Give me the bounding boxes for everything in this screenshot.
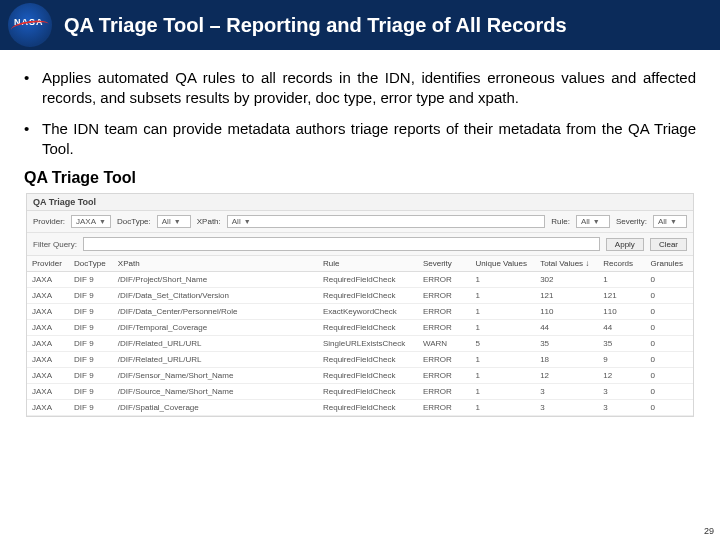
filter-bar: Provider: JAXA▼ DocType: All▼ XPath: All…	[27, 211, 693, 233]
cell-rule: RequiredFieldCheck	[318, 400, 418, 416]
cell-provider: JAXA	[27, 352, 69, 368]
cell-severity: ERROR	[418, 352, 471, 368]
cell-tv: 3	[535, 400, 598, 416]
cell-tv: 44	[535, 320, 598, 336]
severity-select[interactable]: All▼	[653, 215, 687, 228]
section-heading: QA Triage Tool	[24, 169, 696, 187]
table-row[interactable]: JAXADIF 9/DIF/Source_Name/Short_NameRequ…	[27, 384, 693, 400]
cell-granules: 0	[646, 384, 693, 400]
cell-records: 121	[598, 288, 645, 304]
query-input[interactable]	[83, 237, 600, 251]
table-row[interactable]: JAXADIF 9/DIF/Sensor_Name/Short_NameRequ…	[27, 368, 693, 384]
col-doctype[interactable]: DocType	[69, 256, 113, 272]
nasa-logo-icon: NASA	[8, 3, 52, 47]
cell-severity: ERROR	[418, 304, 471, 320]
cell-provider: JAXA	[27, 272, 69, 288]
col-unique-values[interactable]: Unique Values	[470, 256, 535, 272]
results-table: Provider DocType XPath Rule Severity Uni…	[27, 256, 693, 416]
cell-granules: 0	[646, 288, 693, 304]
cell-doctype: DIF 9	[69, 368, 113, 384]
rule-label: Rule:	[551, 217, 570, 226]
severity-label: Severity:	[616, 217, 647, 226]
cell-doctype: DIF 9	[69, 336, 113, 352]
table-row[interactable]: JAXADIF 9/DIF/Temporal_CoverageRequiredF…	[27, 320, 693, 336]
cell-severity: WARN	[418, 336, 471, 352]
provider-select[interactable]: JAXA▼	[71, 215, 111, 228]
apply-button[interactable]: Apply	[606, 238, 644, 251]
cell-records: 110	[598, 304, 645, 320]
cell-provider: JAXA	[27, 304, 69, 320]
cell-uv: 1	[470, 352, 535, 368]
bullet-item: Applies automated QA rules to all record…	[24, 68, 696, 109]
page-number: 29	[704, 526, 714, 536]
cell-xpath: /DIF/Temporal_Coverage	[113, 320, 318, 336]
cell-provider: JAXA	[27, 320, 69, 336]
cell-uv: 1	[470, 288, 535, 304]
nasa-logo-text: NASA	[14, 17, 44, 27]
rule-select[interactable]: All▼	[576, 215, 610, 228]
severity-value: All	[658, 217, 667, 226]
cell-doctype: DIF 9	[69, 384, 113, 400]
xpath-value: All	[232, 217, 241, 226]
xpath-select[interactable]: All▼	[227, 215, 545, 228]
rule-value: All	[581, 217, 590, 226]
doctype-label: DocType:	[117, 217, 151, 226]
tool-window-title: QA Triage Tool	[27, 194, 693, 211]
cell-severity: ERROR	[418, 384, 471, 400]
slide-title: QA Triage Tool – Reporting and Triage of…	[64, 14, 567, 37]
bullet-list: Applies automated QA rules to all record…	[24, 68, 696, 159]
doctype-select[interactable]: All▼	[157, 215, 191, 228]
cell-rule: RequiredFieldCheck	[318, 384, 418, 400]
table-row[interactable]: JAXADIF 9/DIF/Data_Set_Citation/VersionR…	[27, 288, 693, 304]
col-rule[interactable]: Rule	[318, 256, 418, 272]
cell-tv: 12	[535, 368, 598, 384]
col-total-values[interactable]: Total Values ↓	[535, 256, 598, 272]
col-severity[interactable]: Severity	[418, 256, 471, 272]
cell-records: 35	[598, 336, 645, 352]
col-provider[interactable]: Provider	[27, 256, 69, 272]
table-row[interactable]: JAXADIF 9/DIF/Project/Short_NameRequired…	[27, 272, 693, 288]
col-records[interactable]: Records	[598, 256, 645, 272]
cell-provider: JAXA	[27, 336, 69, 352]
cell-tv: 302	[535, 272, 598, 288]
cell-granules: 0	[646, 368, 693, 384]
query-label: Filter Query:	[33, 240, 77, 249]
cell-rule: RequiredFieldCheck	[318, 288, 418, 304]
cell-records: 9	[598, 352, 645, 368]
col-granules[interactable]: Granules	[646, 256, 693, 272]
cell-records: 1	[598, 272, 645, 288]
cell-provider: JAXA	[27, 368, 69, 384]
cell-xpath: /DIF/Project/Short_Name	[113, 272, 318, 288]
clear-button[interactable]: Clear	[650, 238, 687, 251]
cell-doctype: DIF 9	[69, 272, 113, 288]
query-bar: Filter Query: Apply Clear	[27, 233, 693, 256]
cell-tv: 110	[535, 304, 598, 320]
cell-doctype: DIF 9	[69, 304, 113, 320]
cell-uv: 1	[470, 320, 535, 336]
cell-tv: 3	[535, 384, 598, 400]
table-row[interactable]: JAXADIF 9/DIF/Spatial_CoverageRequiredFi…	[27, 400, 693, 416]
cell-xpath: /DIF/Source_Name/Short_Name	[113, 384, 318, 400]
cell-uv: 1	[470, 272, 535, 288]
cell-rule: SingleURLExistsCheck	[318, 336, 418, 352]
chevron-down-icon: ▼	[593, 218, 600, 225]
table-row[interactable]: JAXADIF 9/DIF/Data_Center/Personnel/Role…	[27, 304, 693, 320]
col-xpath[interactable]: XPath	[113, 256, 318, 272]
cell-provider: JAXA	[27, 384, 69, 400]
cell-records: 3	[598, 400, 645, 416]
cell-tv: 121	[535, 288, 598, 304]
table-row[interactable]: JAXADIF 9/DIF/Related_URL/URLSingleURLEx…	[27, 336, 693, 352]
cell-severity: ERROR	[418, 272, 471, 288]
cell-provider: JAXA	[27, 288, 69, 304]
cell-granules: 0	[646, 304, 693, 320]
cell-xpath: /DIF/Data_Center/Personnel/Role	[113, 304, 318, 320]
cell-granules: 0	[646, 272, 693, 288]
cell-doctype: DIF 9	[69, 400, 113, 416]
cell-rule: RequiredFieldCheck	[318, 320, 418, 336]
chevron-down-icon: ▼	[244, 218, 251, 225]
table-row[interactable]: JAXADIF 9/DIF/Related_URL/URLRequiredFie…	[27, 352, 693, 368]
doctype-value: All	[162, 217, 171, 226]
cell-severity: ERROR	[418, 320, 471, 336]
cell-xpath: /DIF/Related_URL/URL	[113, 352, 318, 368]
cell-xpath: /DIF/Data_Set_Citation/Version	[113, 288, 318, 304]
